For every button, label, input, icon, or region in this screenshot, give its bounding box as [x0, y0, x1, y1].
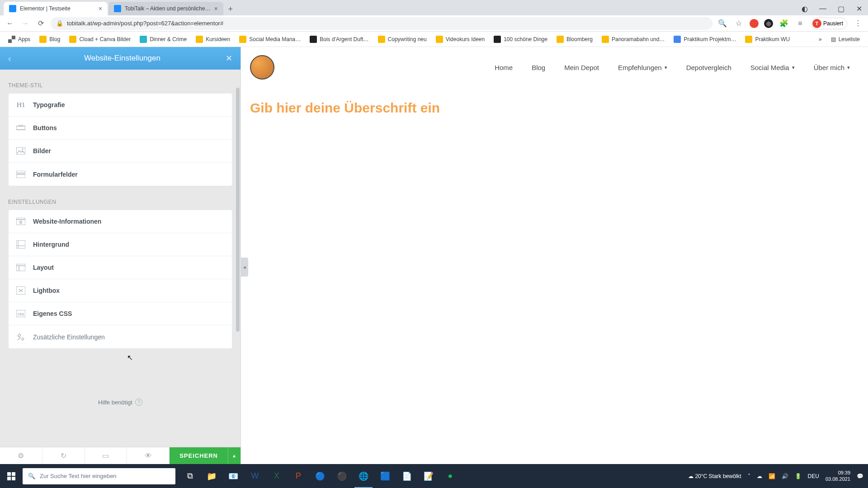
nav-item-home[interactable]: Home — [495, 64, 513, 71]
nav-item-depot[interactable]: Mein Depot — [564, 64, 599, 71]
language-indicator[interactable]: DEU — [808, 473, 819, 479]
page-heading[interactable]: Gib hier deine Überschrift ein — [241, 100, 868, 116]
spotify-icon[interactable]: ● — [439, 464, 461, 488]
bookmark[interactable]: Bois d'Argent Duft… — [306, 34, 372, 45]
close-icon[interactable]: ✕ — [226, 53, 232, 63]
help-link[interactable]: Hilfe benötigt ? — [8, 399, 232, 406]
apps-icon — [8, 36, 15, 43]
bookmark[interactable]: Videokurs Ideen — [432, 34, 489, 45]
new-tab-button[interactable]: + — [224, 3, 237, 15]
profile-badge[interactable]: T Pausiert — [811, 18, 847, 29]
scrollbar-thumb[interactable] — [236, 88, 240, 332]
settings-group: H1 Typografie Buttons Bilder Formularfel… — [8, 93, 232, 186]
footer-settings-button[interactable]: ⚙ — [0, 447, 42, 464]
wifi-icon[interactable]: 📶 — [769, 473, 775, 479]
close-icon[interactable]: × — [99, 5, 102, 12]
close-window-button[interactable]: ✕ — [850, 2, 868, 15]
minimize-button[interactable]: — — [814, 2, 832, 15]
settings-item-typografie[interactable]: H1 Typografie — [9, 94, 232, 117]
elementor-panel: ‹ Website-Einstellungen ✕ THEME-STIL H1 … — [0, 47, 241, 464]
clock[interactable]: 09:39 03.08.2021 — [826, 470, 850, 482]
nav-item-social[interactable]: Social Media — [750, 64, 795, 71]
obs-icon[interactable]: ⚫ — [331, 464, 353, 488]
info-icon — [16, 216, 26, 226]
bookmark-apps[interactable]: Apps — [5, 34, 34, 45]
volume-icon[interactable]: 🔊 — [782, 473, 788, 479]
settings-item-eigenes-css[interactable]: CSS Eigenes CSS — [9, 302, 232, 325]
settings-item-layout[interactable]: Layout — [9, 256, 232, 279]
weather-widget[interactable]: ☁ 20°C Stark bewölkt — [688, 473, 741, 479]
forward-button[interactable]: → — [20, 18, 31, 29]
back-button[interactable]: ← — [5, 18, 15, 29]
maximize-button[interactable]: ▢ — [832, 2, 850, 15]
battery-icon[interactable]: 🔋 — [795, 473, 802, 479]
nav-item-depotvergleich[interactable]: Depotvergleich — [686, 64, 731, 71]
nav-item-ueber-mich[interactable]: Über mich — [814, 64, 850, 71]
taskbar-search[interactable]: 🔍 Zur Suche Text hier eingeben — [23, 468, 175, 484]
url-input[interactable]: 🔒 tobitalk.at/wp-admin/post.php?post=627… — [51, 17, 712, 30]
zoom-icon[interactable]: 🔍 — [717, 18, 728, 29]
bookmark[interactable]: Cload + Canva Bilder — [66, 34, 134, 45]
svg-rect-1 — [16, 147, 25, 155]
tab-inactive[interactable]: TobiTalk – Aktien und persönliche… × — [108, 2, 223, 15]
excel-icon[interactable]: X — [266, 464, 288, 488]
tab-active[interactable]: Elementor | Testseite × — [4, 2, 108, 15]
settings-item-lightbox[interactable]: Lightbox — [9, 279, 232, 302]
wordpress-icon — [9, 5, 16, 12]
nav-item-empfehlungen[interactable]: Empfehlungen — [618, 64, 667, 71]
bookmark[interactable]: Praktikum WU — [741, 34, 793, 45]
bookmark[interactable]: Bloomberg — [553, 34, 596, 45]
settings-item-formularfelder[interactable]: Formularfelder — [9, 163, 232, 186]
mail-icon[interactable]: 📧 — [222, 464, 244, 488]
bookmarks-overflow[interactable]: » — [819, 36, 822, 42]
bookmark[interactable]: Kursideen — [192, 34, 234, 45]
powerpoint-icon[interactable]: P — [288, 464, 309, 488]
item-label: Layout — [33, 264, 54, 271]
bookmark[interactable]: Dinner & Crime — [136, 34, 190, 45]
settings-item-bilder[interactable]: Bilder — [9, 140, 232, 163]
nav-item-blog[interactable]: Blog — [532, 64, 545, 71]
star-icon[interactable]: ☆ — [733, 18, 744, 29]
edge-icon[interactable]: 🟦 — [374, 464, 396, 488]
extension-icon[interactable] — [750, 19, 759, 28]
settings-item-hintergrund[interactable]: Hintergrund — [9, 233, 232, 256]
css-icon: CSS — [16, 309, 26, 319]
close-icon[interactable]: × — [214, 5, 217, 12]
notepad-icon[interactable]: 📝 — [418, 464, 439, 488]
bookmark[interactable]: Praktikum Projektm… — [670, 34, 740, 45]
extensions-menu-icon[interactable]: 🧩 — [778, 18, 789, 29]
reload-button[interactable]: ⟳ — [35, 18, 46, 29]
notifications-icon[interactable]: 💬 — [857, 473, 863, 479]
bookmark[interactable]: Panoramabahn und… — [598, 34, 668, 45]
start-button[interactable] — [0, 464, 23, 488]
save-button[interactable]: SPEICHERN ▲ — [170, 447, 241, 464]
task-view-icon[interactable]: ⧉ — [179, 464, 201, 488]
app-icon[interactable]: 🔵 — [309, 464, 331, 488]
help-label: Hilfe benötigt — [98, 399, 132, 406]
extension-icon[interactable]: ◎ — [764, 19, 773, 28]
settings-item-website-info[interactable]: Website-Informationen — [9, 210, 232, 233]
bookmark[interactable]: 100 schöne Dinge — [490, 34, 551, 45]
site-logo[interactable] — [250, 55, 274, 80]
chrome-icon[interactable]: 🌐 — [353, 464, 374, 488]
onedrive-icon[interactable]: ☁ — [757, 473, 762, 479]
bookmark[interactable]: Blog — [36, 34, 64, 45]
caret-up-icon[interactable]: ▲ — [228, 447, 241, 464]
back-icon[interactable]: ‹ — [8, 53, 19, 64]
kebab-menu-icon[interactable]: ⋮ — [853, 18, 863, 29]
bookmark[interactable]: Social Media Mana… — [236, 34, 304, 45]
explorer-icon[interactable]: 📁 — [201, 464, 222, 488]
footer-preview-button[interactable]: 👁 — [127, 447, 170, 464]
bookmark[interactable]: Copywriting neu — [374, 34, 430, 45]
incognito-icon[interactable]: ◐ — [796, 2, 814, 15]
panel-collapse-handle[interactable]: ◂ — [241, 258, 248, 277]
tray-chevron-icon[interactable]: ˄ — [748, 473, 750, 479]
footer-responsive-button[interactable]: ▭ — [85, 447, 127, 464]
settings-item-buttons[interactable]: Buttons — [9, 117, 232, 140]
settings-item-zusaetzliche[interactable]: Zusätzliche Einstellungen — [9, 325, 232, 348]
footer-history-button[interactable]: ↻ — [42, 447, 85, 464]
reading-list-icon[interactable]: ≡ — [795, 18, 806, 29]
reading-list-button[interactable]: ▤Leseliste — [827, 34, 863, 44]
word-icon[interactable]: W — [244, 464, 266, 488]
app-icon[interactable]: 📄 — [396, 464, 418, 488]
